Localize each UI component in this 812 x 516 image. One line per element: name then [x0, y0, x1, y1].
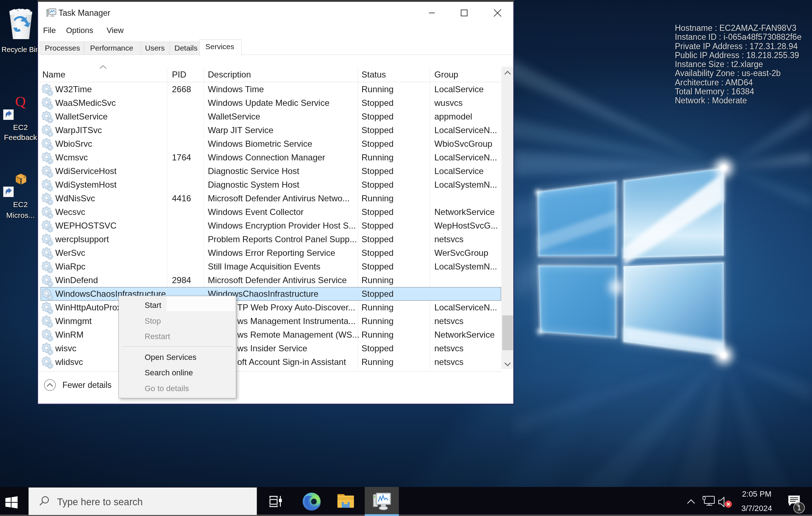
- svg-text:1: 1: [797, 504, 801, 512]
